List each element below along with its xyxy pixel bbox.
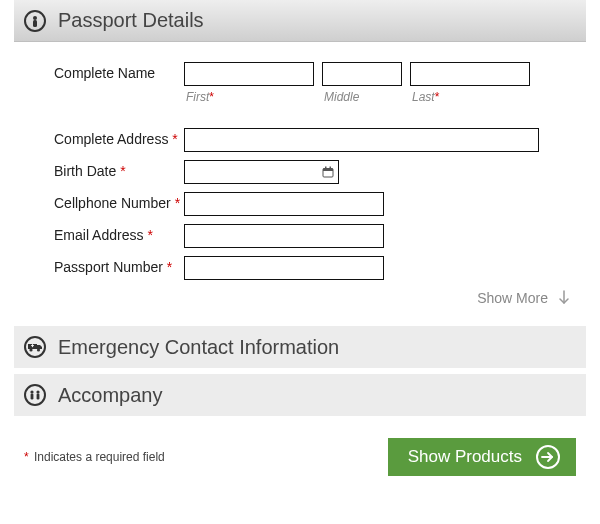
row-cellphone: Cellphone Number * (24, 192, 576, 216)
label-email: Email Address * (24, 224, 184, 243)
group-icon (24, 384, 46, 406)
cellphone-input[interactable] (184, 192, 384, 216)
section-title: Passport Details (58, 9, 204, 32)
svg-point-12 (30, 390, 33, 393)
svg-point-0 (33, 16, 37, 20)
svg-rect-3 (323, 169, 333, 172)
section-header-emergency[interactable]: Emergency Contact Information (14, 326, 586, 368)
passport-body: Complete Name First* Middle Last* Comple… (14, 42, 586, 326)
calendar-icon[interactable] (321, 165, 335, 179)
row-complete-address: Complete Address * (24, 128, 576, 152)
birth-date-input[interactable] (184, 160, 339, 184)
sublabel-last: Last* (410, 90, 530, 104)
show-more-label: Show More (477, 290, 548, 306)
svg-rect-14 (31, 394, 34, 400)
show-products-label: Show Products (408, 447, 522, 467)
required-footnote: * Indicates a required field (24, 450, 165, 464)
svg-rect-5 (330, 167, 332, 170)
person-icon (24, 10, 46, 32)
svg-rect-11 (32, 344, 33, 347)
svg-point-8 (29, 348, 32, 351)
passport-number-input[interactable] (184, 256, 384, 280)
first-name-input[interactable] (184, 62, 314, 86)
label-birth-date: Birth Date * (24, 160, 184, 179)
arrow-right-circle-icon (536, 445, 560, 469)
ambulance-icon (24, 336, 46, 358)
show-more-link[interactable]: Show More (24, 288, 576, 316)
label-passport-number: Passport Number * (24, 256, 184, 275)
sublabel-first: First* (184, 90, 314, 104)
section-title: Accompany (58, 384, 163, 407)
arrow-down-icon (558, 290, 570, 306)
label-cellphone: Cellphone Number * (24, 192, 184, 211)
svg-rect-1 (33, 20, 37, 27)
svg-point-13 (36, 390, 39, 393)
last-name-input[interactable] (410, 62, 530, 86)
sublabel-middle: Middle (322, 90, 402, 104)
row-email: Email Address * (24, 224, 576, 248)
svg-point-9 (37, 348, 40, 351)
section-header-passport[interactable]: Passport Details (14, 0, 586, 42)
label-complete-name: Complete Name (24, 62, 184, 81)
show-products-button[interactable]: Show Products (388, 438, 576, 476)
label-complete-address: Complete Address * (24, 128, 184, 147)
section-header-accompany[interactable]: Accompany (14, 374, 586, 416)
middle-name-input[interactable] (322, 62, 402, 86)
email-input[interactable] (184, 224, 384, 248)
footer: * Indicates a required field Show Produc… (14, 416, 586, 494)
svg-rect-4 (325, 167, 327, 170)
section-title: Emergency Contact Information (58, 336, 339, 359)
complete-address-input[interactable] (184, 128, 539, 152)
row-passport-number: Passport Number * (24, 256, 576, 280)
row-complete-name: Complete Name First* Middle Last* (24, 62, 576, 104)
svg-rect-15 (37, 394, 40, 400)
row-birth-date: Birth Date * (24, 160, 576, 184)
